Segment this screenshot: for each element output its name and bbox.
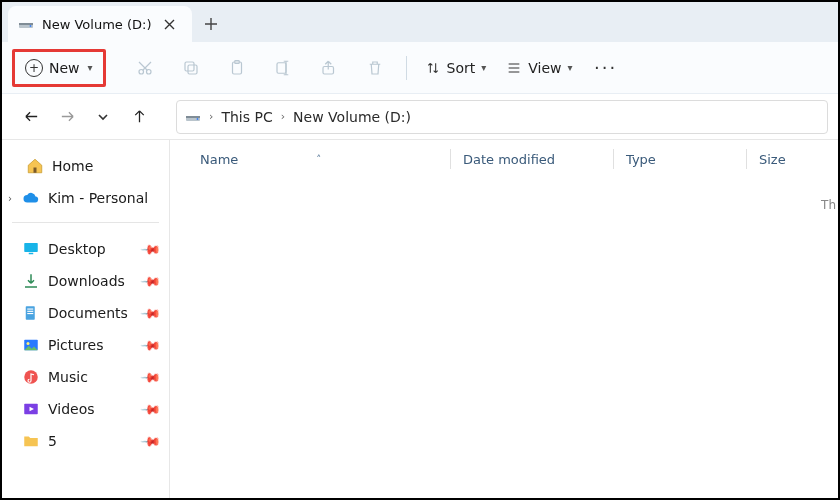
music-icon: [22, 368, 40, 386]
column-label: Size: [759, 152, 786, 167]
sort-button[interactable]: Sort ▾: [417, 50, 495, 86]
tab-active[interactable]: New Volume (D:): [8, 6, 192, 42]
sidebar-item-label: 5: [48, 433, 57, 449]
sidebar-item-desktop[interactable]: Desktop 📌: [8, 233, 163, 265]
download-icon: [22, 272, 40, 290]
svg-rect-15: [24, 243, 38, 252]
svg-rect-9: [277, 62, 286, 73]
videos-icon: [22, 400, 40, 418]
sort-icon: [425, 60, 441, 76]
chevron-down-icon: ▾: [481, 62, 486, 73]
svg-rect-12: [186, 116, 200, 118]
main-area: Home › Kim - Personal Desktop 📌 Download…: [2, 140, 838, 498]
paste-button[interactable]: [216, 50, 258, 86]
chevron-down-icon: ▾: [88, 62, 93, 73]
svg-rect-6: [185, 62, 194, 71]
view-icon: [506, 60, 522, 76]
sidebar-item-label: Desktop: [48, 241, 106, 257]
pin-icon: 📌: [140, 334, 162, 356]
column-type[interactable]: Type: [626, 152, 746, 167]
chevron-right-icon: ›: [207, 110, 215, 123]
column-label: Name: [200, 152, 238, 167]
pictures-icon: [22, 336, 40, 354]
svg-rect-20: [27, 313, 33, 314]
toolbar-separator: [406, 56, 407, 80]
breadcrumb-root[interactable]: This PC: [221, 109, 272, 125]
tab-title: New Volume (D:): [42, 17, 152, 32]
sidebar-separator: [12, 222, 159, 223]
truncated-text: Th: [821, 198, 836, 212]
rename-button[interactable]: [262, 50, 304, 86]
column-name[interactable]: Name ˄: [200, 152, 450, 167]
column-divider[interactable]: [613, 149, 614, 169]
sidebar-item-videos[interactable]: Videos 📌: [8, 393, 163, 425]
chevron-down-icon: ▾: [568, 62, 573, 73]
toolbar: + New ▾ Sort ▾ View ▾ ···: [2, 42, 838, 94]
plus-circle-icon: +: [25, 59, 43, 77]
sort-indicator-icon: ˄: [316, 154, 321, 165]
sidebar-item-folder-5[interactable]: 5 📌: [8, 425, 163, 457]
sort-label: Sort: [447, 60, 476, 76]
sidebar-item-label: Music: [48, 369, 88, 385]
drive-icon: [18, 16, 34, 32]
view-button[interactable]: View ▾: [498, 50, 580, 86]
svg-rect-1: [19, 23, 33, 25]
address-bar[interactable]: › This PC › New Volume (D:): [176, 100, 828, 134]
svg-rect-14: [34, 168, 37, 173]
chevron-right-icon: ›: [279, 110, 287, 123]
svg-rect-19: [27, 311, 33, 312]
sidebar-item-music[interactable]: Music 📌: [8, 361, 163, 393]
share-button[interactable]: [308, 50, 350, 86]
breadcrumb-current[interactable]: New Volume (D:): [293, 109, 411, 125]
new-button[interactable]: + New ▾: [12, 49, 106, 87]
forward-button[interactable]: [52, 102, 82, 132]
sidebar-item-downloads[interactable]: Downloads 📌: [8, 265, 163, 297]
svg-point-13: [197, 118, 199, 120]
folder-icon: [22, 432, 40, 450]
sidebar: Home › Kim - Personal Desktop 📌 Download…: [2, 140, 170, 498]
svg-rect-5: [188, 65, 197, 74]
more-button[interactable]: ···: [585, 50, 627, 86]
nav-row: › This PC › New Volume (D:): [2, 94, 838, 140]
column-date[interactable]: Date modified: [463, 152, 613, 167]
home-icon: [26, 157, 44, 175]
svg-rect-16: [29, 253, 34, 255]
svg-point-22: [27, 342, 30, 345]
chevron-right-icon[interactable]: ›: [8, 193, 12, 204]
sidebar-item-pictures[interactable]: Pictures 📌: [8, 329, 163, 361]
sidebar-item-label: Documents: [48, 305, 128, 321]
view-label: View: [528, 60, 561, 76]
recent-button[interactable]: [88, 102, 118, 132]
up-button[interactable]: [124, 102, 154, 132]
cut-button[interactable]: [124, 50, 166, 86]
column-label: Type: [626, 152, 656, 167]
column-divider[interactable]: [746, 149, 747, 169]
sidebar-item-label: Videos: [48, 401, 95, 417]
new-tab-button[interactable]: [192, 6, 230, 42]
sidebar-item-onedrive[interactable]: › Kim - Personal: [8, 182, 163, 214]
copy-button[interactable]: [170, 50, 212, 86]
back-button[interactable]: [16, 102, 46, 132]
drive-icon: [185, 109, 201, 125]
delete-button[interactable]: [354, 50, 396, 86]
column-divider[interactable]: [450, 149, 451, 169]
pin-icon: 📌: [140, 238, 162, 260]
documents-icon: [22, 304, 40, 322]
sidebar-item-documents[interactable]: Documents 📌: [8, 297, 163, 329]
new-button-label: New: [49, 60, 80, 76]
sidebar-item-home[interactable]: Home: [8, 150, 163, 182]
cloud-icon: [22, 189, 40, 207]
pin-icon: 📌: [140, 430, 162, 452]
column-headers: Name ˄ Date modified Type Size: [170, 140, 838, 178]
column-label: Date modified: [463, 152, 555, 167]
pin-icon: 📌: [140, 398, 162, 420]
close-icon[interactable]: [160, 14, 180, 34]
sidebar-item-label: Kim - Personal: [48, 190, 148, 206]
svg-point-2: [30, 25, 32, 27]
column-size[interactable]: Size: [759, 152, 830, 167]
pin-icon: 📌: [140, 302, 162, 324]
desktop-icon: [22, 240, 40, 258]
tab-bar: New Volume (D:): [2, 2, 838, 42]
svg-rect-18: [27, 309, 33, 310]
content-area: Name ˄ Date modified Type Size: [170, 140, 838, 498]
